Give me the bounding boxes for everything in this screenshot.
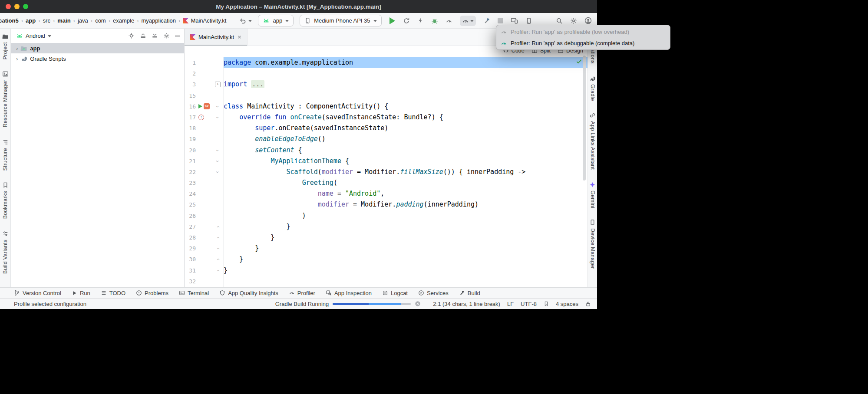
tool-button-problems[interactable]: Problems bbox=[136, 290, 168, 296]
breadcrumb-item[interactable]: com bbox=[95, 17, 113, 24]
file-encoding[interactable]: UTF-8 bbox=[521, 301, 537, 307]
device-manager-icon[interactable] bbox=[525, 17, 532, 24]
code-line[interactable]: 16class MainActivity : ComponentActivity… bbox=[185, 101, 587, 112]
line-number[interactable]: 27 bbox=[185, 221, 196, 232]
code-line[interactable]: 31} bbox=[185, 265, 587, 276]
device-select[interactable]: Medium Phone API 35 bbox=[300, 15, 381, 26]
tool-button-app-quality-insights[interactable]: App Quality Insights bbox=[219, 290, 278, 296]
run-class-icon[interactable] bbox=[198, 104, 202, 108]
fold-marker[interactable] bbox=[212, 254, 224, 265]
line-number[interactable]: 20 bbox=[185, 145, 196, 156]
code-line[interactable]: 23 Greeting( bbox=[185, 177, 587, 188]
line-number[interactable]: 19 bbox=[185, 134, 196, 144]
indent-setting[interactable]: 4 spaces bbox=[556, 301, 578, 307]
fold-marker[interactable] bbox=[212, 232, 224, 243]
readonly-lock-icon[interactable] bbox=[585, 301, 591, 307]
code-line[interactable]: 18 super.onCreate(savedInstanceState) bbox=[185, 123, 587, 134]
tool-button-run[interactable]: Run bbox=[72, 290, 90, 296]
tool-button-device-manager[interactable]: Device Manager bbox=[589, 219, 596, 269]
tool-button-profiler[interactable]: Profiler bbox=[289, 290, 315, 296]
fold-marker[interactable] bbox=[212, 112, 224, 123]
fold-marker[interactable] bbox=[212, 156, 224, 167]
code-line[interactable]: 21 MyApplicationTheme { bbox=[185, 156, 587, 167]
close-window-button[interactable] bbox=[6, 4, 11, 9]
project-view-select[interactable]: Android bbox=[26, 33, 45, 39]
line-number[interactable]: 16 bbox=[185, 101, 196, 112]
tool-button-resource-manager[interactable]: Resource Manager bbox=[2, 71, 9, 128]
caret-position[interactable]: 2:1 (34 chars, 1 line break) bbox=[433, 301, 500, 307]
fold-marker[interactable] bbox=[212, 221, 224, 232]
fold-marker[interactable] bbox=[212, 79, 224, 90]
line-number[interactable]: 24 bbox=[185, 188, 196, 199]
cancel-build-icon[interactable] bbox=[415, 301, 421, 307]
panel-settings-icon[interactable] bbox=[163, 33, 170, 39]
line-number[interactable]: 18 bbox=[185, 123, 196, 134]
search-everywhere-icon[interactable] bbox=[556, 17, 563, 24]
tool-button-todo[interactable]: TODO bbox=[101, 290, 125, 296]
line-number[interactable]: 28 bbox=[185, 232, 196, 243]
fold-marker[interactable] bbox=[212, 101, 224, 112]
collapse-all-icon[interactable] bbox=[152, 33, 158, 39]
code-line[interactable]: 24 name = "Android", bbox=[185, 188, 587, 199]
code-line[interactable]: 32 bbox=[185, 276, 587, 287]
code-line[interactable]: 17 override fun onCreate(savedInstanceSt… bbox=[185, 112, 587, 123]
line-number[interactable]: 30 bbox=[185, 254, 196, 265]
debug-button[interactable] bbox=[431, 17, 438, 24]
code-line[interactable]: 25 modifier = Modifier.padding(innerPadd… bbox=[185, 199, 587, 210]
line-number[interactable]: 29 bbox=[185, 243, 196, 254]
menu-item-debuggable[interactable]: Profiler: Run 'app' as debuggable (compl… bbox=[496, 37, 670, 49]
line-number[interactable]: 2 bbox=[185, 68, 196, 79]
code-line[interactable]: 30 } bbox=[185, 254, 587, 265]
inspections-ok-icon[interactable] bbox=[576, 58, 582, 65]
fold-marker[interactable] bbox=[212, 265, 224, 276]
code-line[interactable]: 26 ) bbox=[185, 210, 587, 221]
line-number[interactable]: 17 bbox=[185, 112, 196, 123]
profiler-icon[interactable] bbox=[446, 17, 452, 24]
tool-button-app-links[interactable]: App Links Assistant bbox=[589, 112, 596, 170]
breadcrumb-item[interactable]: main bbox=[57, 17, 78, 24]
menu-item-profileable[interactable]: Profiler: Run 'app' as profileable (low … bbox=[496, 26, 670, 37]
line-number[interactable]: 25 bbox=[185, 199, 196, 210]
code-line[interactable]: 3import ... bbox=[185, 79, 587, 90]
profiler-dropdown-button[interactable] bbox=[460, 16, 476, 26]
tool-button-logcat[interactable]: Logcat bbox=[382, 290, 408, 296]
tool-button-build[interactable]: Build bbox=[459, 290, 480, 296]
tool-button-project[interactable]: Project bbox=[2, 33, 9, 59]
code-line[interactable]: 27 } bbox=[185, 221, 587, 232]
breadcrumb-item[interactable]: MainActivity.kt bbox=[183, 17, 226, 24]
fold-marker[interactable] bbox=[212, 167, 224, 177]
code-line[interactable]: 1package com.example.myapplication bbox=[185, 57, 587, 68]
breadcrumb-item[interactable]: example bbox=[113, 17, 141, 24]
code-line[interactable]: 29 } bbox=[185, 243, 587, 254]
zoom-window-button[interactable] bbox=[23, 4, 28, 9]
expand-all-icon[interactable] bbox=[140, 33, 146, 39]
tool-button-gradle[interactable]: Gradle bbox=[589, 75, 596, 101]
editor-scrollbar[interactable] bbox=[583, 56, 586, 181]
minimize-window-button[interactable] bbox=[14, 4, 20, 9]
vcs-update-button[interactable] bbox=[239, 17, 252, 24]
line-number[interactable]: 31 bbox=[185, 265, 196, 276]
sync-project-icon[interactable] bbox=[403, 17, 410, 24]
tool-button-structure[interactable]: Structure bbox=[2, 139, 9, 171]
composable-icon[interactable] bbox=[204, 103, 210, 109]
settings-icon[interactable] bbox=[570, 17, 577, 24]
locate-file-icon[interactable] bbox=[128, 33, 135, 39]
line-separator[interactable]: LF bbox=[507, 301, 514, 307]
code-line[interactable]: 19 enableEdgeToEdge() bbox=[185, 134, 587, 144]
code-line[interactable]: 22 Scaffold(modifier = Modifier.fillMaxS… bbox=[185, 167, 587, 177]
stop-button[interactable] bbox=[498, 18, 503, 23]
line-number[interactable]: 1 bbox=[185, 57, 196, 68]
editor-tab-mainactivity[interactable]: MainActivity.kt bbox=[185, 29, 248, 46]
breadcrumb-item[interactable]: lication5 bbox=[0, 17, 26, 24]
code-line[interactable]: 2 bbox=[185, 68, 587, 79]
tool-button-gemini[interactable]: Gemini bbox=[589, 181, 596, 208]
build-button[interactable] bbox=[483, 17, 490, 24]
tool-button-app-inspection[interactable]: App Inspection bbox=[326, 290, 372, 296]
profile-avatar[interactable] bbox=[584, 17, 592, 24]
line-number[interactable]: 21 bbox=[185, 156, 196, 167]
override-method-icon[interactable] bbox=[198, 115, 204, 120]
tool-button-terminal[interactable]: Terminal bbox=[179, 290, 209, 296]
breadcrumb-item[interactable]: app bbox=[26, 17, 43, 24]
line-number[interactable]: 15 bbox=[185, 90, 196, 101]
line-number[interactable]: 32 bbox=[185, 276, 196, 287]
